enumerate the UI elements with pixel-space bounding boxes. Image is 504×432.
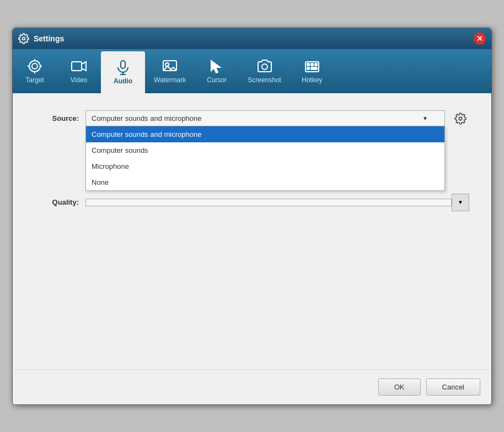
settings-icon: [18, 33, 29, 44]
quality-row: Quality: ▼: [35, 194, 469, 211]
source-select-wrapper: Computer sounds and microphone ▼ Compute…: [85, 110, 445, 126]
hotkey-icon: [304, 58, 320, 74]
tab-video-label: Video: [71, 76, 87, 84]
tab-hotkey-label: Hotkey: [302, 76, 322, 84]
close-button[interactable]: ✕: [474, 33, 486, 45]
tab-watermark-label: Watermark: [154, 76, 186, 84]
target-icon: [27, 58, 42, 74]
ok-button[interactable]: OK: [378, 378, 421, 396]
screenshot-icon: [257, 58, 272, 74]
source-label: Source:: [35, 114, 79, 122]
svg-rect-19: [307, 67, 309, 70]
tab-target-label: Target: [25, 76, 44, 84]
svg-marker-8: [82, 62, 86, 71]
svg-point-13: [165, 63, 169, 66]
svg-rect-7: [72, 62, 82, 71]
source-value: Computer sounds and microphone: [92, 114, 201, 122]
dropdown-item-none[interactable]: None: [86, 174, 444, 190]
content-area: Source: Computer sounds and microphone ▼…: [13, 93, 491, 369]
tab-audio[interactable]: Audio: [101, 51, 145, 93]
title-bar-left: Settings: [18, 33, 64, 44]
svg-rect-9: [121, 61, 125, 68]
source-row: Source: Computer sounds and microphone ▼…: [35, 110, 469, 127]
quality-arrow-button[interactable]: ▼: [452, 194, 469, 211]
cursor-icon: [209, 58, 224, 74]
tab-screenshot-label: Screenshot: [248, 76, 281, 84]
quality-select-group: ▼: [85, 194, 469, 211]
video-icon: [71, 58, 87, 74]
cancel-button[interactable]: Cancel: [426, 378, 480, 396]
quality-label: Quality:: [35, 198, 79, 206]
tab-audio-label: Audio: [114, 77, 132, 85]
svg-point-14: [262, 64, 267, 70]
gear-icon: [454, 113, 467, 125]
title-bar: Settings ✕: [13, 28, 491, 49]
tab-screenshot[interactable]: Screenshot: [239, 49, 290, 93]
source-settings-button[interactable]: [452, 110, 469, 127]
tab-target[interactable]: Target: [13, 49, 57, 93]
tab-watermark[interactable]: Watermark: [145, 49, 195, 93]
tab-video[interactable]: Video: [57, 49, 101, 93]
svg-point-22: [459, 117, 462, 120]
svg-point-0: [23, 37, 25, 40]
svg-rect-16: [307, 63, 309, 66]
source-select[interactable]: Computer sounds and microphone ▼: [85, 110, 445, 126]
window-title: Settings: [34, 34, 64, 43]
svg-rect-18: [315, 63, 317, 66]
quality-select[interactable]: [85, 199, 452, 206]
svg-point-2: [32, 63, 37, 69]
tab-bar: Target Video Audio Waterma: [13, 49, 491, 93]
dropdown-item-computer[interactable]: Computer sounds: [86, 142, 444, 158]
audio-icon: [115, 60, 131, 75]
quality-arrow-icon: ▼: [458, 199, 463, 205]
svg-rect-21: [315, 67, 317, 70]
tab-cursor[interactable]: Cursor: [195, 49, 239, 93]
dropdown-item-both[interactable]: Computer sounds and microphone: [86, 126, 444, 142]
dropdown-item-microphone[interactable]: Microphone: [86, 158, 444, 174]
tab-cursor-label: Cursor: [207, 76, 227, 84]
watermark-icon: [162, 58, 178, 74]
source-arrow-icon: ▼: [422, 115, 428, 121]
svg-rect-17: [311, 63, 313, 66]
source-dropdown-list: Computer sounds and microphone Computer …: [85, 126, 445, 191]
settings-window: Settings ✕ Target Video: [12, 28, 492, 405]
svg-point-1: [29, 61, 40, 72]
svg-rect-20: [311, 67, 315, 70]
tab-hotkey[interactable]: Hotkey: [290, 49, 334, 93]
footer: OK Cancel: [13, 369, 491, 404]
